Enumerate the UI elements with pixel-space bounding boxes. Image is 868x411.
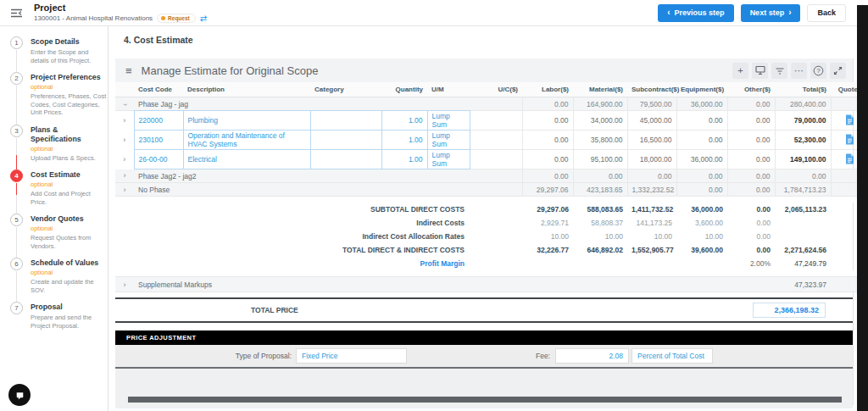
cell-subcontract: 0.00 [627,169,676,183]
fee-unit-field[interactable]: Percent of Total Cost [632,348,713,364]
step-label: Proposal [31,303,108,312]
cell-cost-code[interactable]: 220000 [134,111,183,131]
chevron-down-icon[interactable]: › [121,103,129,106]
phase-group-row[interactable]: ›Phase Jag2 - jag20.000.000.000.000.000.… [115,169,868,183]
next-step-button[interactable]: Next step › [741,4,801,22]
sidebar-step-4[interactable]: 4Cost EstimateoptionalAdd Cost and Proje… [10,169,108,214]
step-body: Scope DetailsEnter the Scope and details… [31,36,108,64]
cell-subcontract: 1,332,232.52 [627,183,676,197]
cell-quantity[interactable]: 1.00 [381,150,427,169]
sidebar-step-1[interactable]: 1Scope DetailsEnter the Scope and detail… [10,36,108,72]
supplemental-labor [522,277,573,292]
profit-margin-link[interactable]: Profit Margin [115,257,470,270]
horizontal-scrollbar[interactable] [128,397,842,403]
cell-quantity[interactable]: 1.00 [381,111,427,131]
summary-other: 2.00% [727,257,775,270]
chat-button[interactable] [8,384,31,406]
chevron-right-icon[interactable]: › [123,136,125,144]
cell-equipment: 36,000.00 [676,97,727,111]
step-label: Schedule of Values [31,258,108,268]
cell-equipment: 0.00 [676,111,727,131]
step-description: Add Cost and Project Price. [31,190,108,206]
summary-other: 0.00 [727,216,775,230]
more-button[interactable]: ⋯ [791,63,807,79]
section-title: 4. Cost Estimate [124,35,193,45]
step-number: 6 [10,258,23,270]
column-header-expand [115,82,134,97]
fee-value-field[interactable]: 2.08 [555,348,629,364]
supplemental-other [727,277,775,292]
chevron-right-icon[interactable]: › [124,186,126,194]
phase-group-row[interactable]: ›No Phase29,297.06423,183.651,332,232.52… [115,183,868,197]
step-number: 3 [10,125,23,137]
expand-cell: › [115,111,134,131]
sidebar-step-3[interactable]: 3Plans & SpecificationsoptionalUpload Pl… [10,125,108,170]
cell-category[interactable] [310,111,381,131]
phase-label: Phase Jag2 - jag2 [134,169,522,183]
phase-group-row[interactable]: ›Phase Jag - jag0.00164,900.0079,500.003… [115,97,868,111]
step-number: 2 [10,72,23,85]
step-label: Project Preferences [31,73,108,82]
filter-button[interactable] [771,63,787,79]
add-button[interactable]: + [732,63,748,79]
summary-material: 58,808.37 [573,216,627,230]
card-menu-icon[interactable]: ≡ [125,64,132,77]
quote-document-icon[interactable] [845,114,854,125]
cell-uc [470,131,522,150]
chevron-right-icon[interactable]: › [124,172,126,180]
cell-um[interactable]: Lump Sum [427,150,470,169]
status-badge: Request [157,14,196,23]
cell-labor: 0.00 [522,131,573,150]
total-price-value[interactable]: 2,366,198.32 [753,303,826,318]
price-adjustment-header: PRICE ADJUSTMENT [115,330,853,345]
chevron-right-icon[interactable]: › [124,281,126,289]
cell-um[interactable]: Lump Sum [427,111,470,131]
step-body: Plans & SpecificationsoptionalUpload Pla… [31,125,108,163]
cell-material: 95,100.00 [573,150,627,169]
step-description: Prepare and send the Project Proposal. [31,314,108,330]
cell-category[interactable] [310,131,381,150]
cell-labor: 0.00 [522,169,573,183]
sidebar-step-2[interactable]: 2Project PreferencesoptionalPreferences,… [10,72,108,125]
chevron-right-icon[interactable]: › [123,117,125,125]
type-of-proposal-field[interactable]: Fixed Price [296,348,407,364]
summary-total [775,216,831,230]
column-header-Description: Description [183,82,310,97]
sync-icon[interactable]: ⇄ [200,14,207,23]
sidebar-step-6[interactable]: 6Schedule of ValuesoptionalCreate and up… [10,258,108,302]
total-price-label: TOTAL PRICE [251,306,298,314]
estimate-toolbar: + ⋯ ? [732,63,846,79]
help-button[interactable]: ? [810,63,826,79]
cell-um[interactable]: Lump Sum [427,131,470,150]
cell-other: 0.00 [727,111,775,131]
summary-row: Profit Margin2.00%47,249.79 [115,257,868,270]
back-button[interactable]: Back [807,4,846,22]
cell-cost-code[interactable]: 26-00-00 [134,150,183,169]
sidebar-step-7[interactable]: 7ProposalPrepare and send the Project Pr… [10,302,108,337]
quote-document-icon[interactable] [845,134,854,145]
cell-quantity[interactable]: 1.00 [381,131,427,150]
display-button[interactable] [752,63,768,79]
cell-description[interactable]: Operation and Maintenance of HVAC System… [183,131,310,150]
step-number: 7 [10,302,23,314]
sidebar-step-5[interactable]: 5Vendor QuotesoptionalRequest Quotes fro… [10,214,108,258]
collapse-sidebar-icon[interactable] [8,5,24,20]
estimate-item-row: ›220000Plumbing1.00Lump Sum0.0034,000.00… [115,111,868,131]
cell-total: 52,300.00 [775,131,831,150]
previous-step-button[interactable]: ‹ Previous step [658,4,733,22]
cell-description[interactable]: Plumbing [183,111,310,131]
supplemental-markups-row[interactable]: ›Supplemental Markups47,323.97 [115,277,868,292]
chevron-right-icon[interactable]: › [123,156,125,164]
column-header-Category: Category [310,82,381,97]
step-label: Vendor Quotes [31,214,108,224]
cell-cost-code[interactable]: 230100 [134,131,183,150]
estimate-item-row: ›230100Operation and Maintenance of HVAC… [115,131,868,150]
cell-description[interactable]: Electrical [183,150,310,169]
fullscreen-button[interactable] [830,63,846,79]
cell-equipment: 36,000.00 [676,150,727,169]
cell-subcontract: 16,500.00 [627,131,676,150]
quote-document-icon[interactable] [845,153,854,164]
supplemental-total: 47,323.97 [775,277,831,292]
cell-category[interactable] [310,150,381,169]
step-body: Project PreferencesoptionalPreferences, … [31,72,108,117]
